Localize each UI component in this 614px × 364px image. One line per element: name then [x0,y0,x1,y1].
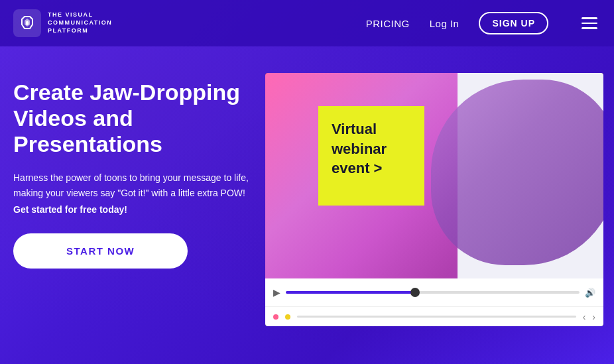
pricing-link[interactable]: PRICING [366,18,410,29]
signup-button[interactable]: SIGN UP [479,12,548,34]
powtoon-svg-icon [18,14,36,32]
timeline-arrow-left[interactable]: ‹ [583,312,586,322]
video-progress-fill [286,291,418,294]
sticky-note-text: Virtual webinar event > [332,121,387,176]
timeline-dot-yellow [285,314,290,320]
video-timeline-strip: ‹ › [265,306,603,326]
logo-tagline-3: PLATFORM [48,27,112,35]
logo-text: THE VISUAL COMMUNICATION PLATFORM [48,11,112,34]
hero-right-column: Virtual webinar event > ▶ 🔊 ‹ › [265,73,603,326]
main-content: Create Jaw-Dropping Videos and Presentat… [0,46,614,364]
timeline-bar[interactable] [297,316,576,318]
hamburger-menu-button[interactable] [578,14,601,32]
start-now-button[interactable]: START NOW [13,233,188,269]
logo[interactable]: THE VISUAL COMMUNICATION PLATFORM [13,9,112,37]
hamburger-line-2 [582,23,597,25]
hero-headline: Create Jaw-Dropping Videos and Presentat… [13,80,252,157]
hamburger-line-1 [582,17,597,19]
video-progress-handle[interactable] [410,288,420,297]
nav-links: PRICING Log In SIGN UP [366,12,601,34]
hero-subtext: Harness the power of toons to bring your… [13,170,252,200]
logo-icon [13,9,41,37]
video-inner: Virtual webinar event > [265,73,603,278]
timeline-arrow-right[interactable]: › [592,312,595,322]
video-sticky-note: Virtual webinar event > [318,106,424,206]
navbar: THE VISUAL COMMUNICATION PLATFORM PRICIN… [0,0,614,46]
logo-tagline-2: COMMUNICATION [48,19,112,27]
video-progress-bar[interactable] [286,291,580,294]
play-icon[interactable]: ▶ [273,287,280,298]
hero-subtext-bold: Get started for free today! [13,204,252,215]
video-preview-container: Virtual webinar event > ▶ 🔊 ‹ › [265,73,603,326]
timeline-dot-pink [273,314,278,320]
logo-tagline: THE VISUAL [48,11,112,19]
video-controls-bar: ▶ 🔊 [265,278,603,306]
hamburger-line-3 [582,27,597,29]
hero-left-column: Create Jaw-Dropping Videos and Presentat… [13,73,265,269]
video-blob-shape [431,80,603,265]
login-link[interactable]: Log In [430,18,460,29]
volume-icon[interactable]: 🔊 [585,288,595,298]
